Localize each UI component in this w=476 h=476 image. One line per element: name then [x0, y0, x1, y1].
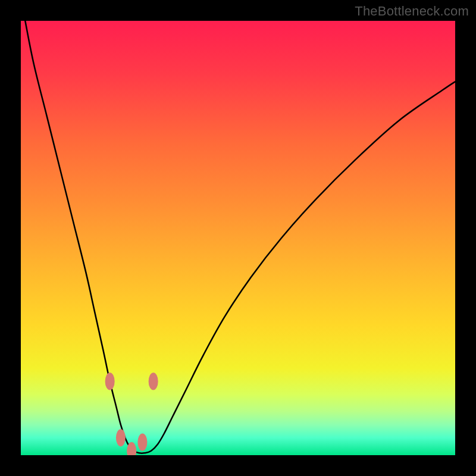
valley-bead: [149, 372, 158, 390]
watermark-text: TheBottleneck.com: [355, 4, 469, 19]
valley-bead: [105, 372, 115, 390]
valley-bead: [137, 434, 147, 451]
chart-svg: [21, 21, 455, 455]
chart-plot-area: [21, 21, 455, 455]
valley-bead: [116, 429, 126, 446]
valley-beads-group: [105, 372, 158, 455]
bottleneck-curve: [25, 21, 455, 453]
